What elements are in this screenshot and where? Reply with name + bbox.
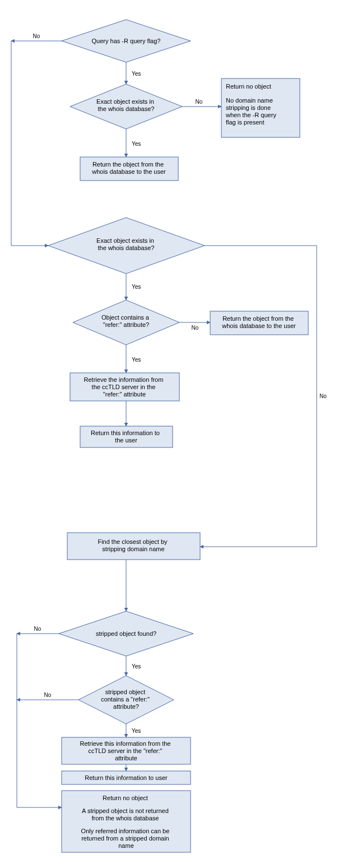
edge-d4-no: No [179, 322, 210, 331]
decision-exact-object-2-label: Exact object exists in the whois databas… [96, 237, 156, 251]
edge-d6-no: No [17, 692, 78, 700]
process-return-object-2: Return the object from the whois databas… [210, 311, 308, 335]
edge-d3-no-label: No [319, 393, 327, 399]
process-return-info-2: Return this information to user [62, 771, 191, 784]
decision-refer-attr-1: Object contains a "refer:" attribute? [73, 300, 179, 345]
flowchart-canvas: Query has -R query flag? No Yes Exact ob… [0, 0, 343, 868]
edge-d5-no: No [17, 626, 59, 807]
decision-refer-attr-1-label: Object contains a "refer:" attribute? [101, 314, 151, 328]
process-strip-domain-label: Find the closest object by stripping dom… [98, 538, 169, 552]
edge-d1-yes: Yes [126, 62, 141, 84]
edge-d5-yes: Yes [126, 656, 141, 676]
edge-d6-no-label: No [44, 692, 52, 698]
process-return-object-1-label: Return the object from the whois databas… [91, 161, 166, 175]
edge-d5-no-label: No [34, 626, 41, 632]
decision-r-flag-label: Query has -R query flag? [92, 38, 161, 44]
process-no-object-r: Return no object No domain name strippin… [221, 79, 300, 137]
edge-d1-no-label: No [33, 33, 40, 39]
decision-refer-attr-2: stripped object contains a "refer:" attr… [78, 676, 174, 724]
process-strip-domain: Find the closest object by stripping dom… [67, 533, 200, 560]
edge-d6-yes-label: Yes [132, 728, 141, 734]
edge-d4-no-label: No [192, 325, 199, 331]
decision-stripped-found-label: stripped object found? [96, 630, 156, 637]
edge-d2-no: No [182, 99, 221, 107]
decision-r-flag: Query has -R query flag? [62, 20, 191, 62]
edge-d2-yes-label: Yes [132, 141, 141, 147]
edge-d3-yes: Yes [126, 274, 141, 300]
process-return-object-2-label: Return the object from the whois databas… [221, 315, 296, 329]
decision-stripped-found: stripped object found? [59, 611, 193, 656]
edge-d2-no-label: No [196, 99, 203, 105]
edge-d1-no: No [11, 33, 62, 246]
process-no-object-stripped: Return no object A stripped object is no… [62, 791, 191, 852]
edge-d3-yes-label: Yes [132, 284, 141, 290]
process-return-info-2-label: Return this information to user [85, 774, 168, 781]
decision-exact-object-2: Exact object exists in the whois databas… [48, 218, 205, 274]
process-return-object-1: Return the object from the whois databas… [80, 157, 178, 181]
edge-d4-yes-label: Yes [132, 357, 141, 363]
edge-d4-yes: Yes [126, 345, 141, 373]
process-return-info-1: Return this information to the user [80, 426, 173, 447]
edge-d1-yes-label: Yes [132, 71, 141, 77]
process-retrieve-cctld-1: Retrieve the information from the ccTLD … [70, 373, 179, 401]
decision-exact-object-1-label: Exact object exists in the whois databas… [96, 98, 156, 112]
edge-d5-yes-label: Yes [132, 663, 141, 670]
edge-d6-yes: Yes [126, 724, 141, 737]
edge-d3-no: No [200, 246, 327, 547]
edge-d2-yes: Yes [126, 129, 141, 157]
process-retrieve-cctld-2: Retrieve this information from the ccTLD… [62, 737, 191, 764]
decision-exact-object-1: Exact object exists in the whois databas… [70, 84, 182, 129]
